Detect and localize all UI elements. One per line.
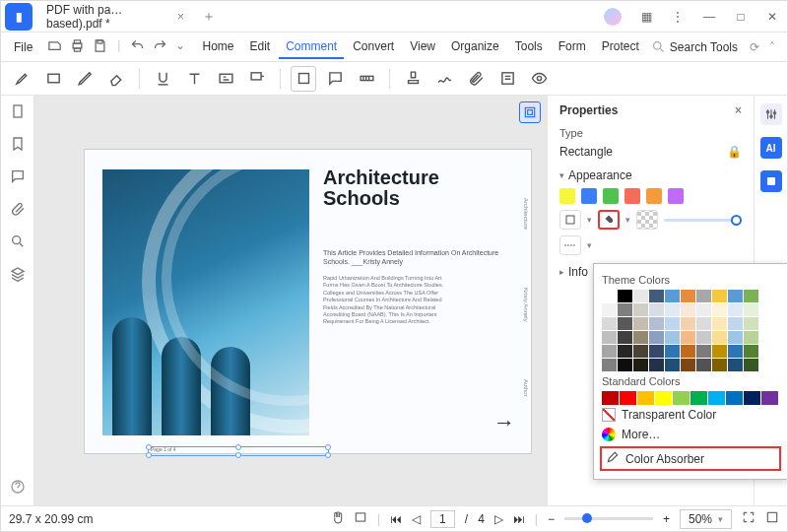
standard-color[interactable] xyxy=(690,391,707,405)
selection-mode-icon[interactable] xyxy=(519,101,541,123)
theme-color[interactable] xyxy=(728,303,743,316)
menu-edit[interactable]: Edit xyxy=(242,35,277,59)
page-input[interactable]: 1 xyxy=(430,510,455,528)
first-page-icon[interactable]: ⏮ xyxy=(390,512,402,526)
theme-color[interactable] xyxy=(728,331,743,344)
theme-color[interactable] xyxy=(665,303,680,316)
lock-icon[interactable]: 🔒 xyxy=(727,145,742,159)
close-tab-icon[interactable]: × xyxy=(177,10,184,24)
menu-convert[interactable]: Convert xyxy=(346,35,401,59)
color-absorber-option[interactable]: Color Absorber xyxy=(600,446,781,471)
theme-color[interactable] xyxy=(712,345,727,358)
reading-mode-icon[interactable] xyxy=(354,510,367,527)
theme-color[interactable] xyxy=(649,290,664,302)
menu-home[interactable]: Home xyxy=(195,35,240,59)
theme-color[interactable] xyxy=(712,331,727,344)
highlight-tool-icon[interactable] xyxy=(9,66,34,92)
app-menu-icon[interactable]: ▦ xyxy=(631,3,661,31)
theme-color[interactable] xyxy=(696,317,711,330)
theme-color[interactable] xyxy=(696,359,711,371)
fit-page-icon[interactable] xyxy=(742,510,755,527)
theme-color[interactable] xyxy=(633,290,648,302)
fill-color-button[interactable] xyxy=(598,210,620,230)
minimize-button[interactable]: ― xyxy=(694,3,724,31)
standard-color[interactable] xyxy=(744,391,760,405)
menu-form[interactable]: Form xyxy=(552,35,593,59)
swatch[interactable] xyxy=(559,188,575,204)
theme-color[interactable] xyxy=(602,303,617,316)
maximize-button[interactable]: □ xyxy=(726,3,755,31)
pencil-tool-icon[interactable] xyxy=(72,66,98,92)
document-tab[interactable]: PDF with pa…based).pdf * × xyxy=(36,3,194,31)
more-colors-option[interactable]: More… xyxy=(602,425,779,444)
theme-color[interactable] xyxy=(728,290,743,302)
swatch[interactable] xyxy=(603,188,619,204)
menu-organize[interactable]: Organize xyxy=(444,35,506,59)
theme-color[interactable] xyxy=(618,359,632,371)
standard-color[interactable] xyxy=(655,391,672,405)
user-avatar[interactable] xyxy=(600,3,629,31)
standard-color[interactable] xyxy=(726,391,743,405)
zoom-select[interactable]: 50%▾ xyxy=(680,509,732,529)
eraser-tool-icon[interactable] xyxy=(103,66,129,92)
theme-color[interactable] xyxy=(696,303,711,316)
theme-color[interactable] xyxy=(665,359,680,371)
theme-color[interactable] xyxy=(744,290,758,302)
annotations-icon[interactable] xyxy=(10,168,26,187)
theme-color[interactable] xyxy=(665,317,680,330)
hand-tool-icon[interactable] xyxy=(330,510,344,527)
stamp-tool-icon[interactable] xyxy=(400,66,426,92)
theme-color[interactable] xyxy=(633,331,648,344)
standard-color[interactable] xyxy=(620,391,636,405)
text-tool-icon[interactable] xyxy=(181,66,207,92)
close-window-button[interactable]: ✕ xyxy=(757,3,787,31)
theme-color[interactable] xyxy=(633,359,648,371)
theme-color[interactable] xyxy=(665,345,680,358)
thumbnails-icon[interactable] xyxy=(10,103,26,122)
theme-color[interactable] xyxy=(649,303,664,316)
theme-color[interactable] xyxy=(712,359,727,371)
theme-color[interactable] xyxy=(602,317,617,330)
theme-color[interactable] xyxy=(618,303,632,316)
search-panel-icon[interactable] xyxy=(10,233,26,252)
next-page-icon[interactable]: ▷ xyxy=(494,512,503,526)
callout-tool-icon[interactable] xyxy=(244,66,270,92)
close-panel-icon[interactable]: × xyxy=(735,103,742,117)
theme-color[interactable] xyxy=(649,345,664,358)
menu-tools[interactable]: Tools xyxy=(508,35,550,59)
opacity-slider[interactable] xyxy=(664,219,742,222)
theme-color[interactable] xyxy=(681,345,695,358)
theme-color[interactable] xyxy=(681,359,695,371)
save-icon[interactable] xyxy=(93,38,107,56)
theme-color[interactable] xyxy=(602,290,617,302)
more-icon[interactable]: ⋮ xyxy=(663,3,692,31)
swatch[interactable] xyxy=(624,188,640,204)
swatch[interactable] xyxy=(646,188,662,204)
selected-rectangle[interactable]: Page 1 of 4 xyxy=(148,446,329,456)
theme-color[interactable] xyxy=(744,303,758,316)
swatch[interactable] xyxy=(668,188,684,204)
theme-color[interactable] xyxy=(649,359,664,371)
menu-view[interactable]: View xyxy=(403,35,442,59)
redo-icon[interactable] xyxy=(153,38,167,56)
stroke-color-button[interactable] xyxy=(559,210,581,230)
properties-toggle-icon[interactable] xyxy=(760,103,782,125)
standard-color[interactable] xyxy=(602,391,619,405)
help-icon[interactable] xyxy=(10,479,26,498)
attachments-panel-icon[interactable] xyxy=(10,201,26,220)
theme-color[interactable] xyxy=(681,331,695,344)
theme-color[interactable] xyxy=(649,317,664,330)
theme-color[interactable] xyxy=(618,345,632,358)
zoom-out-icon[interactable]: − xyxy=(548,512,555,526)
standard-color[interactable] xyxy=(637,391,654,405)
theme-color[interactable] xyxy=(728,359,743,371)
theme-color[interactable] xyxy=(681,303,695,316)
signature-tool-icon[interactable] xyxy=(431,66,457,92)
theme-color[interactable] xyxy=(744,345,758,358)
theme-color[interactable] xyxy=(696,345,711,358)
theme-color[interactable] xyxy=(602,331,617,344)
theme-color[interactable] xyxy=(681,290,695,302)
line-style-button[interactable] xyxy=(559,235,581,255)
print-icon[interactable] xyxy=(70,38,85,56)
theme-color[interactable] xyxy=(696,331,711,344)
